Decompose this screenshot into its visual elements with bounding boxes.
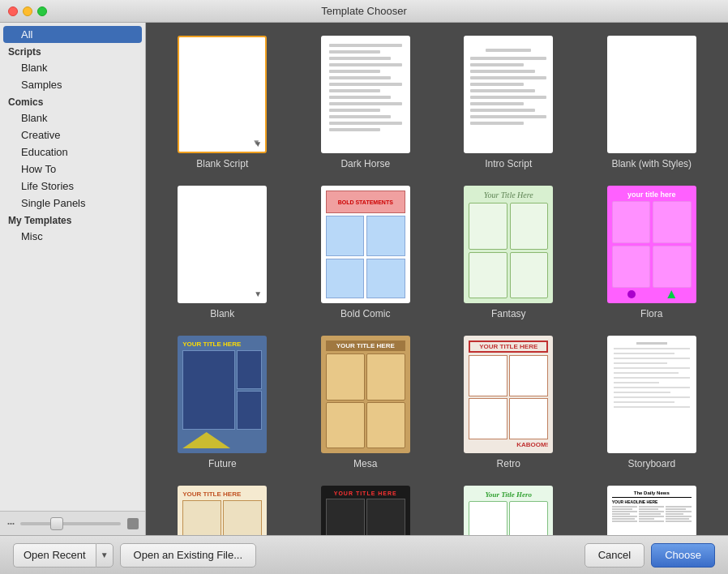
template-grid-container: ▼ Blank Script Dark Horse	[146, 23, 728, 535]
close-button[interactable]	[8, 6, 18, 16]
template-item-blank[interactable]: Blank	[159, 186, 286, 319]
template-thumb-retro: YOUR TITLE HERE KABOOM!	[464, 336, 553, 453]
template-thumb-bold-comic: BOLD STATEMENTS	[321, 186, 410, 303]
template-item-bold-comic[interactable]: BOLD STATEMENTS Bold Comic	[302, 186, 430, 319]
sidebar-item-comics-blank[interactable]: Blank	[3, 109, 142, 126]
bottom-bar: Open Recent ▼ Open an Existing File... C…	[0, 535, 728, 574]
template-label-bold-comic: Bold Comic	[340, 308, 390, 319]
sidebar-item-misc[interactable]: Misc	[3, 228, 142, 245]
sidebar-item-comics-singlepanels[interactable]: Single Panels	[3, 195, 142, 212]
sidebar-item-comics-howto[interactable]: How To	[3, 161, 142, 178]
template-label-blank-styles: Blank (with Styles)	[611, 158, 692, 169]
template-label-mesa: Mesa	[353, 458, 377, 469]
open-recent-dropdown-arrow[interactable]: ▼	[96, 543, 113, 568]
template-item-future[interactable]: YOUR TITLE HERE Future	[159, 336, 286, 469]
sidebar-category-mytemplates: My Templates	[0, 212, 145, 228]
template-thumb-urbana: YOUR TITLE HERE	[321, 486, 410, 535]
sidebar-list: All Scripts Blank Samples Comics Blank C…	[0, 23, 145, 511]
sidebar-item-scripts-samples[interactable]: Samples	[3, 76, 142, 93]
template-label-blank: Blank	[210, 308, 234, 319]
cancel-button[interactable]: Cancel	[585, 543, 644, 568]
template-label-future: Future	[208, 458, 237, 469]
template-item-newspaper[interactable]: The Daily News YOUR HEADLINE HERE	[589, 486, 716, 535]
sidebar-item-scripts-blank[interactable]: Blank	[3, 59, 142, 76]
template-label-fantasy: Fantasy	[491, 308, 526, 319]
window-title: Template Chooser	[321, 5, 407, 17]
template-thumb-fantasy: Your Title Here	[464, 186, 553, 303]
sidebar-item-comics-education[interactable]: Education	[3, 144, 142, 161]
sidebar-item-all[interactable]: All	[3, 26, 142, 43]
sidebar-footer: ···	[0, 511, 145, 535]
sidebar-item-comics-lifestories[interactable]: Life Stories	[3, 178, 142, 195]
sidebar-zoom-slider[interactable]	[20, 522, 121, 525]
minimize-button[interactable]	[23, 6, 32, 16]
template-label-intro-script: Intro Script	[485, 158, 532, 169]
main-content: All Scripts Blank Samples Comics Blank C…	[0, 23, 728, 535]
slider-thumb[interactable]	[50, 517, 63, 530]
sidebar: All Scripts Blank Samples Comics Blank C…	[0, 23, 146, 535]
template-item-urbana[interactable]: YOUR TITLE HERE Urbana	[302, 486, 430, 535]
template-grid: ▼ Blank Script Dark Horse	[159, 36, 715, 535]
sidebar-grid-icon	[127, 518, 139, 529]
sidebar-item-comics-creative[interactable]: Creative	[3, 126, 142, 144]
titlebar: Template Chooser	[0, 0, 728, 23]
template-item-fantasy[interactable]: Your Title Here Fantasy	[445, 186, 572, 319]
template-thumb-blank-script: ▼	[178, 36, 267, 153]
maximize-button[interactable]	[37, 6, 47, 16]
template-item-retro[interactable]: YOUR TITLE HERE KABOOM! Retro	[445, 336, 572, 469]
template-thumb-dark-horse	[321, 36, 410, 153]
template-thumb-early-writer: Your Title Hero	[464, 486, 553, 535]
template-thumb-mesa: Your Title Here	[321, 336, 410, 453]
sidebar-dots-icon: ···	[6, 515, 14, 532]
template-thumb-super-retro: YOUR TITLE HERE	[178, 486, 267, 535]
traffic-lights	[8, 6, 47, 16]
template-item-blank-script[interactable]: ▼ Blank Script	[159, 36, 286, 169]
template-label-storyboard: Storyboard	[627, 458, 675, 469]
template-item-flora[interactable]: your title here Flora	[589, 186, 716, 319]
template-item-storyboard[interactable]: Storyboard	[589, 336, 716, 469]
template-item-mesa[interactable]: Your Title Here Mesa	[302, 336, 430, 469]
template-thumb-blank-styles	[607, 36, 696, 153]
template-item-early-writer[interactable]: Your Title Hero Early Writer	[445, 486, 572, 535]
template-thumb-blank	[178, 186, 267, 303]
template-thumb-intro-script	[464, 36, 553, 153]
template-item-blank-styles[interactable]: Blank (with Styles)	[589, 36, 716, 169]
template-item-intro-script[interactable]: Intro Script	[445, 36, 572, 169]
template-label-retro: Retro	[497, 458, 520, 469]
chevron-down-icon: ▼	[101, 550, 109, 559]
template-thumb-future: YOUR TITLE HERE	[178, 336, 267, 453]
choose-button[interactable]: Choose	[651, 543, 715, 568]
template-thumb-storyboard	[607, 336, 696, 453]
template-label-dark-horse: Dark Horse	[340, 158, 390, 169]
template-thumb-newspaper: The Daily News YOUR HEADLINE HERE	[607, 486, 696, 535]
template-label-flora: Flora	[640, 308, 662, 319]
template-item-super-retro[interactable]: YOUR TITLE HERE Super-Retro	[159, 486, 286, 535]
template-item-dark-horse[interactable]: Dark Horse	[302, 36, 430, 169]
open-recent-button[interactable]: Open Recent	[13, 543, 96, 568]
open-existing-file-button[interactable]: Open an Existing File...	[120, 543, 256, 568]
template-label-blank-script: Blank Script	[196, 158, 248, 169]
sidebar-category-comics: Comics	[0, 93, 145, 109]
sidebar-category-scripts: Scripts	[0, 43, 145, 59]
template-thumb-flora: your title here	[607, 186, 696, 303]
open-recent-wrap: Open Recent ▼	[13, 543, 113, 568]
